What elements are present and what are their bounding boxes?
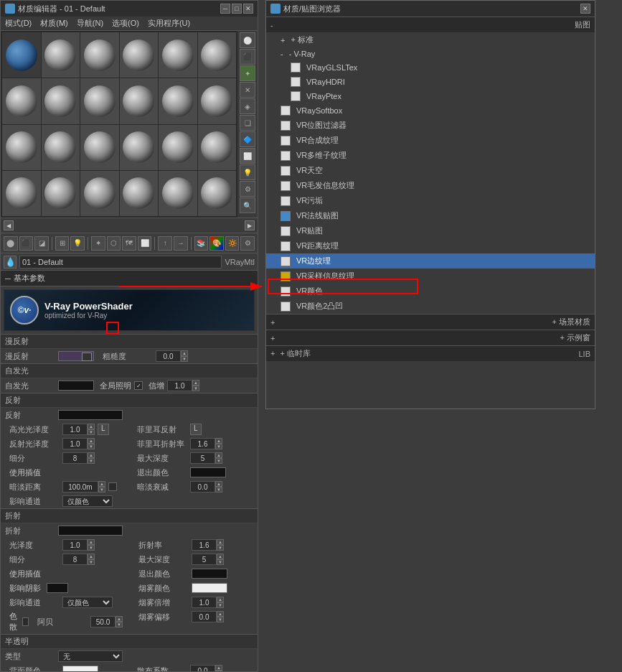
refrmaxdepth-input[interactable] xyxy=(192,554,217,565)
fogmult-input[interactable] xyxy=(192,597,217,608)
exitcolor-swatch[interactable] xyxy=(190,467,226,477)
browser-close-button[interactable]: ✕ xyxy=(580,4,590,14)
shader-type-button[interactable]: 🔷 xyxy=(240,131,255,147)
material-slot-11[interactable] xyxy=(159,78,197,123)
subd-up[interactable]: ▲ xyxy=(88,452,95,458)
vray-item-color2bump[interactable]: VR颜色2凸凹 xyxy=(266,299,595,314)
cylinder-icon-button[interactable]: ⬛ xyxy=(19,236,34,251)
material-editor-opts-button[interactable]: ⚙ xyxy=(240,236,255,251)
refrsubd-up[interactable]: ▲ xyxy=(88,554,95,559)
show-map-button[interactable]: 🗺 xyxy=(122,236,136,251)
reset-material-button[interactable]: ✕ xyxy=(240,82,255,98)
material-slot-21[interactable] xyxy=(80,171,119,216)
fresnelior-input[interactable] xyxy=(190,438,215,449)
fresnelior-up[interactable]: ▲ xyxy=(215,438,222,444)
show-end-result-button[interactable]: ⬜ xyxy=(138,236,152,251)
maps-section-header[interactable]: - 贴图 xyxy=(266,17,595,32)
put-material-button[interactable]: ⬛ xyxy=(240,49,255,65)
fogbias-up[interactable]: ▲ xyxy=(217,611,224,617)
scatter-down[interactable]: ▼ xyxy=(215,671,222,671)
standard-section[interactable]: + + 标准 xyxy=(266,32,595,47)
dimdist-down[interactable]: ▼ xyxy=(98,487,105,493)
temp-lib-header[interactable]: + + 临时库 LIB xyxy=(266,345,595,361)
assign-selection-button[interactable]: ⬡ xyxy=(107,236,121,251)
dimfalloff-up[interactable]: ▲ xyxy=(215,481,222,487)
menu-utilities[interactable]: 实用程序(U) xyxy=(146,18,192,29)
vray-item-glsltex[interactable]: VRayGLSLTex xyxy=(266,60,595,75)
reflgloss-down[interactable]: ▼ xyxy=(88,444,95,449)
fogmult-up[interactable]: ▲ xyxy=(217,597,224,602)
select-by-material-button[interactable]: 🔍 xyxy=(240,197,255,213)
fogcolor-swatch[interactable] xyxy=(192,583,227,593)
material-slot-22[interactable] xyxy=(120,171,159,216)
fogbias-input[interactable] xyxy=(192,611,217,622)
fogbias-down[interactable]: ▼ xyxy=(217,617,224,622)
material-slot-1[interactable] xyxy=(2,32,41,78)
dimdist-up[interactable]: ▲ xyxy=(98,481,105,487)
diffuse-map-slot[interactable] xyxy=(82,353,92,361)
eyedropper-icon[interactable]: 💧 xyxy=(4,256,17,269)
vray-item-softbox[interactable]: VRaySoftbox xyxy=(266,103,595,118)
vray-item-edgestex[interactable]: VR边纹理 xyxy=(266,253,595,269)
go-forward-button[interactable]: → xyxy=(174,236,188,251)
maxdepth-up[interactable]: ▲ xyxy=(215,452,222,458)
material-slot-6[interactable] xyxy=(198,32,237,78)
menu-material[interactable]: 材质(M) xyxy=(39,18,70,29)
checker-icon-button[interactable]: ⊞ xyxy=(55,236,70,251)
affect-channels-select[interactable]: 仅颜色 xyxy=(62,495,113,507)
material-slot-4[interactable] xyxy=(120,32,159,78)
selfillum-color-swatch[interactable] xyxy=(58,381,94,391)
material-slot-7[interactable] xyxy=(2,78,41,123)
maxdepth-down[interactable]: ▼ xyxy=(215,458,222,464)
make-unique-button[interactable]: ◈ xyxy=(240,98,255,114)
material-name-input[interactable] xyxy=(19,256,222,269)
get-material-button[interactable]: ⚪ xyxy=(240,32,255,48)
gloss-down[interactable]: ▼ xyxy=(88,429,95,435)
dispersion-checkbox[interactable] xyxy=(22,617,29,626)
scatter-up[interactable]: ▲ xyxy=(215,665,222,671)
abbe-input[interactable] xyxy=(90,616,116,627)
refrgloss-up[interactable]: ▲ xyxy=(88,539,95,545)
material-slot-19[interactable] xyxy=(2,171,41,216)
material-slot-20[interactable] xyxy=(42,171,80,216)
refrior-up[interactable]: ▲ xyxy=(217,539,224,545)
backlight-button[interactable]: 💡 xyxy=(240,164,255,180)
render-map-button[interactable]: 🔆 xyxy=(225,236,240,251)
diffuse-header[interactable]: 漫反射 xyxy=(1,334,258,349)
backcolor-swatch[interactable] xyxy=(62,666,98,671)
gloss-up[interactable]: ▲ xyxy=(88,424,95,429)
vray-item-bitmapfilter[interactable]: VR位图过滤器 xyxy=(266,118,595,133)
gloss-input[interactable] xyxy=(62,424,88,435)
roughness-up[interactable]: ▲ xyxy=(181,350,188,356)
basic-params-header[interactable]: ─ 基本参数 xyxy=(1,271,258,286)
box-icon-button[interactable]: ◪ xyxy=(34,236,49,251)
vray-item-map[interactable]: VR贴图 xyxy=(266,223,595,238)
dimdist-checkbox[interactable] xyxy=(108,482,117,491)
fresnelior-down[interactable]: ▼ xyxy=(215,444,222,449)
close-button[interactable]: ✕ xyxy=(243,4,253,14)
menu-mode[interactable]: 模式(D) xyxy=(4,18,33,29)
abbe-down[interactable]: ▼ xyxy=(116,622,123,627)
gloss-l-button[interactable]: L xyxy=(98,424,109,435)
mult-down[interactable]: ▼ xyxy=(192,386,199,391)
diffuse-color-swatch[interactable] xyxy=(58,351,94,361)
material-slot-9[interactable] xyxy=(80,78,119,123)
refraction-header[interactable]: 折射 xyxy=(1,508,258,523)
vray-item-sampleinfo[interactable]: VR采样信息纹理 xyxy=(266,269,595,284)
subd-down[interactable]: ▼ xyxy=(88,458,95,464)
nav-back-button[interactable]: ◀ xyxy=(4,220,14,230)
nav-forward-button[interactable]: ▶ xyxy=(245,220,255,230)
material-slot-16[interactable] xyxy=(120,125,159,170)
refl-color-swatch[interactable] xyxy=(58,410,123,420)
menu-nav[interactable]: 导航(N) xyxy=(75,18,105,29)
minimize-button[interactable]: ─ xyxy=(220,4,230,14)
vray-item-composite[interactable]: VR合成纹理 xyxy=(266,133,595,148)
vray-section[interactable]: - - V-Ray xyxy=(266,47,595,60)
color-button[interactable]: 🎨 xyxy=(209,236,224,251)
sample-slots-header[interactable]: + + 示例窗 xyxy=(266,330,595,345)
material-slot-18[interactable] xyxy=(198,125,237,170)
vray-item-hdri[interactable]: VRayHDRI xyxy=(266,75,595,89)
scene-materials-header[interactable]: + + 场景材质 xyxy=(266,314,595,330)
material-slot-15[interactable] xyxy=(80,125,119,170)
refrior-input[interactable] xyxy=(192,539,217,551)
